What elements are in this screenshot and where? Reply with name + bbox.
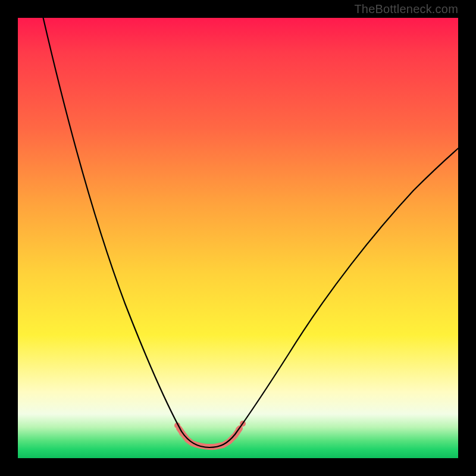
watermark-text: TheBottleneck.com (354, 2, 458, 16)
plot-area (18, 18, 458, 458)
bottleneck-curve (40, 18, 458, 447)
chart-frame: TheBottleneck.com (0, 0, 476, 476)
chart-svg (18, 18, 458, 458)
